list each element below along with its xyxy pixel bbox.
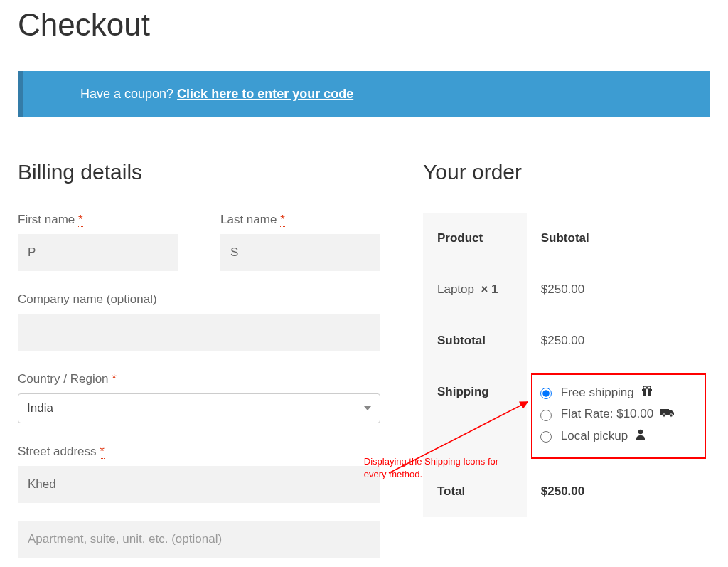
street-address-2-input[interactable] bbox=[18, 521, 380, 558]
svg-point-5 bbox=[647, 386, 651, 390]
first-name-label: First name * bbox=[18, 213, 178, 227]
shipping-option-free[interactable]: Free shipping bbox=[537, 385, 700, 400]
country-select[interactable]: India bbox=[18, 393, 380, 423]
company-input[interactable] bbox=[18, 314, 380, 351]
svg-point-8 bbox=[670, 414, 673, 417]
street-address-input[interactable] bbox=[18, 466, 380, 503]
country-selected-value: India bbox=[27, 401, 53, 415]
truck-icon bbox=[660, 407, 675, 421]
item-price: $250.00 bbox=[527, 264, 710, 315]
billing-heading: Billing details bbox=[18, 160, 380, 184]
shipping-flat-label: Flat Rate: $10.00 bbox=[561, 407, 653, 421]
shipping-option-flat[interactable]: Flat Rate: $10.00 bbox=[537, 407, 700, 421]
street-label-text: Street address bbox=[18, 445, 97, 458]
order-heading: Your order bbox=[423, 160, 710, 184]
shipping-options-box: Free shipping Flat Rate: $10.00 bbox=[531, 373, 706, 459]
gift-icon bbox=[641, 385, 653, 400]
order-line-item: Laptop × 1 $250.00 bbox=[423, 264, 710, 315]
subtotal-label: Subtotal bbox=[423, 315, 527, 366]
country-label: Country / Region * bbox=[18, 372, 380, 386]
annotation-text: Displaying the Shipping Icons for every … bbox=[364, 455, 513, 481]
svg-point-9 bbox=[638, 430, 643, 434]
shipping-radio-flat[interactable] bbox=[540, 410, 552, 421]
required-mark: * bbox=[100, 445, 105, 459]
subtotal-value: $250.00 bbox=[527, 315, 710, 366]
item-name: Laptop bbox=[437, 282, 474, 296]
country-label-text: Country / Region bbox=[18, 372, 109, 386]
first-name-input[interactable] bbox=[18, 234, 178, 271]
last-name-label: Last name * bbox=[220, 213, 380, 227]
coupon-prompt-text: Have a coupon? bbox=[80, 87, 177, 101]
street-label: Street address * bbox=[18, 445, 380, 459]
chevron-down-icon bbox=[364, 406, 371, 410]
shipping-free-label: Free shipping bbox=[561, 386, 634, 400]
required-mark: * bbox=[112, 372, 117, 386]
required-mark: * bbox=[280, 213, 285, 227]
page-title: Checkout bbox=[18, 7, 710, 43]
shipping-radio-local[interactable] bbox=[540, 431, 552, 443]
coupon-toggle-link[interactable]: Click here to enter your code bbox=[177, 87, 353, 101]
order-review-table: Product Subtotal Laptop × 1 $250.00 Subt… bbox=[423, 213, 710, 517]
last-name-input[interactable] bbox=[220, 234, 380, 271]
shipping-radio-free[interactable] bbox=[540, 388, 552, 399]
last-name-label-text: Last name bbox=[220, 213, 277, 226]
shipping-local-label: Local pickup bbox=[561, 429, 628, 443]
th-product: Product bbox=[423, 213, 527, 264]
first-name-label-text: First name bbox=[18, 213, 75, 226]
company-label: Company name (optional) bbox=[18, 292, 380, 307]
shipping-option-local[interactable]: Local pickup bbox=[537, 428, 700, 443]
svg-point-4 bbox=[643, 386, 646, 390]
item-qty: × 1 bbox=[481, 282, 498, 296]
th-subtotal: Subtotal bbox=[527, 213, 710, 264]
svg-point-7 bbox=[663, 414, 665, 417]
coupon-notice: Have a coupon? Click here to enter your … bbox=[18, 71, 710, 117]
total-value: $250.00 bbox=[527, 466, 710, 517]
required-mark: * bbox=[78, 213, 83, 227]
person-icon bbox=[635, 428, 646, 443]
